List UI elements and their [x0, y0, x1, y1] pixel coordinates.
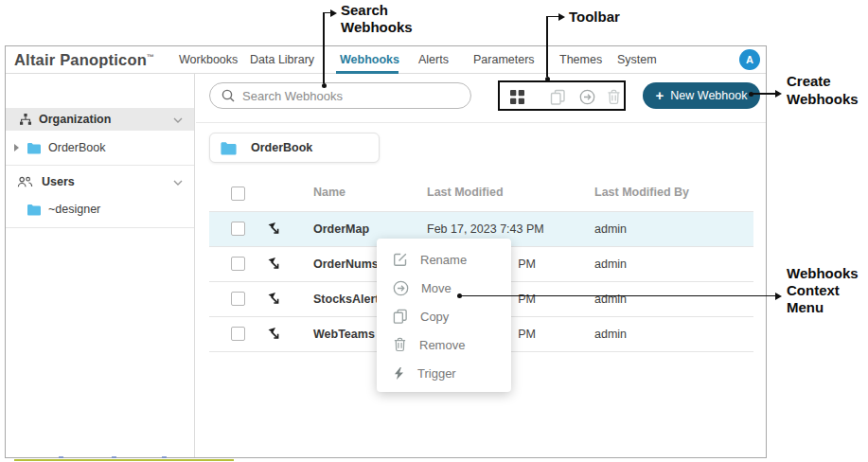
sidebar-section-organization[interactable]: Organization: [6, 108, 194, 131]
sidebar-divider: [6, 227, 194, 228]
row-checkbox[interactable]: [231, 222, 245, 236]
menu-item-label: Remove: [419, 338, 465, 352]
user-avatar[interactable]: A: [739, 49, 760, 70]
folder-icon: [27, 204, 42, 216]
cropped-highlight-artifact: [14, 459, 234, 462]
menu-item-label: Rename: [420, 253, 467, 267]
menu-item-label: Copy: [420, 310, 449, 324]
folder-chip-orderbook[interactable]: OrderBook: [209, 133, 380, 163]
nav-webhooks[interactable]: Webhooks: [340, 53, 399, 66]
new-webhook-label: New Webhook: [670, 89, 747, 102]
webhook-icon: [267, 222, 281, 240]
annotation-context-line: [459, 295, 775, 296]
annotation-create-line: [751, 93, 775, 94]
chevron-down-icon[interactable]: [173, 113, 183, 126]
menu-item-label: Move: [421, 281, 452, 295]
trademark-symbol: ™: [147, 53, 154, 62]
row-checkbox[interactable]: [231, 257, 245, 271]
select-all-checkbox[interactable]: [231, 187, 245, 201]
search-icon: [221, 89, 235, 102]
nav-parameters[interactable]: Parameters: [473, 53, 535, 66]
trash-icon: [393, 337, 407, 352]
nav-themes[interactable]: Themes: [559, 53, 602, 66]
folder-chip-label: OrderBook: [251, 141, 312, 154]
webhook-name: OrderNums: [313, 258, 379, 271]
sidebar-designer-label: ~designer: [48, 203, 100, 216]
sidebar-item-orderbook[interactable]: OrderBook: [6, 136, 194, 159]
sidebar-orderbook-label: OrderBook: [48, 141, 105, 154]
annotation-search-webhooks: Search Webhooks: [341, 2, 428, 36]
menu-item-move[interactable]: Move: [377, 274, 511, 302]
users-icon: [17, 176, 33, 187]
last-modified: Feb 17, 2023 7:43 PM: [427, 222, 536, 236]
last-modified-by: admin: [594, 258, 627, 271]
nav-alerts[interactable]: Alerts: [418, 53, 449, 66]
webhook-icon: [267, 292, 281, 310]
last-modified-by: admin: [594, 328, 627, 341]
org-hierarchy-icon: [19, 113, 32, 126]
move-icon[interactable]: [579, 89, 595, 109]
nav-system[interactable]: System: [617, 53, 657, 66]
annotation-dot: [322, 83, 327, 88]
annotation-toolbar-line: [546, 16, 547, 77]
folder-icon: [220, 141, 238, 155]
copy-icon: [393, 309, 408, 324]
cropped-text-artifact: [112, 456, 116, 458]
sidebar-item-designer[interactable]: ~designer: [6, 198, 194, 221]
annotation-arrowhead: [775, 293, 782, 300]
trash-icon[interactable]: [607, 89, 621, 109]
menu-item-copy[interactable]: Copy: [377, 302, 511, 330]
sidebar: Organization OrderBook Users: [6, 74, 195, 457]
webhook-name: StocksAlert: [313, 293, 379, 306]
active-tab-underline: [336, 71, 399, 74]
sidebar-organization-label: Organization: [39, 113, 111, 126]
annotation-create-webhooks: Create Webhooks: [787, 72, 866, 108]
content-divider: [196, 122, 766, 123]
caret-right-icon[interactable]: [14, 144, 19, 151]
sidebar-divider: [6, 165, 194, 166]
row-checkbox[interactable]: [231, 292, 245, 306]
screenshot-canvas: Altair Panopticon™ Workbooks Data Librar…: [0, 0, 868, 462]
column-name: Name: [313, 186, 345, 199]
annotation-arrowhead: [330, 9, 337, 17]
app-logo: Altair Panopticon™: [14, 51, 154, 69]
plus-icon: +: [656, 88, 664, 102]
annotation-search-line: [323, 12, 324, 83]
new-webhook-button[interactable]: + New Webhook: [643, 82, 760, 109]
nav-workbooks[interactable]: Workbooks: [179, 53, 238, 66]
menu-item-label: Trigger: [417, 366, 456, 381]
annotation-dot: [749, 92, 753, 97]
menu-item-remove[interactable]: Remove: [377, 330, 511, 359]
app-header: Altair Panopticon™ Workbooks Data Librar…: [6, 46, 766, 74]
search-box: [209, 82, 471, 109]
search-input[interactable]: [242, 89, 451, 103]
webhook-icon: [267, 327, 281, 345]
toolbar: [498, 80, 626, 111]
last-modified-by: admin: [594, 222, 627, 236]
row-checkbox[interactable]: [231, 327, 245, 341]
context-menu: Rename Move Copy Remove Trigger: [377, 239, 511, 392]
nav-data-library[interactable]: Data Library: [250, 53, 314, 66]
webhook-name: OrderMap: [313, 222, 369, 236]
logo-text: Altair Panopticon: [14, 51, 147, 68]
chevron-down-icon[interactable]: [173, 175, 183, 188]
annotation-dot: [457, 293, 462, 298]
annotation-toolbar: Toolbar: [569, 9, 620, 26]
webhook-icon: [267, 257, 281, 275]
menu-item-trigger[interactable]: Trigger: [377, 359, 511, 387]
annotation-toolbar-line: [546, 16, 558, 17]
sidebar-users-label: Users: [42, 175, 75, 188]
trigger-icon: [393, 366, 405, 381]
rename-icon: [393, 252, 408, 267]
copy-icon[interactable]: [550, 89, 566, 109]
folder-icon: [27, 142, 42, 154]
grid-view-icon[interactable]: [509, 89, 525, 109]
menu-item-rename[interactable]: Rename: [377, 245, 511, 274]
move-icon: [393, 280, 409, 296]
annotation-dot: [545, 77, 550, 81]
table-header: Name Last Modified Last Modified By: [209, 184, 753, 206]
column-last-modified: Last Modified: [427, 186, 504, 199]
cropped-text-artifact: [162, 456, 167, 458]
sidebar-section-users[interactable]: Users: [6, 170, 194, 193]
cropped-text-artifact: [59, 456, 63, 458]
